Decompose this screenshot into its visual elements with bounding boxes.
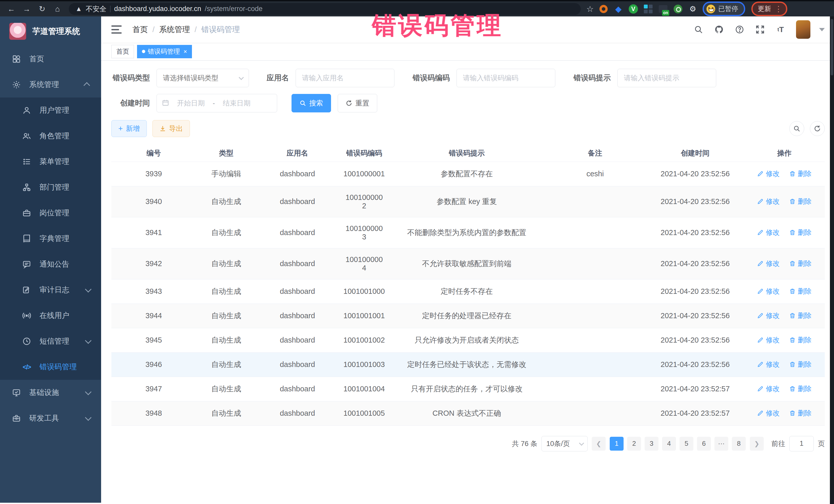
on-badge-icon[interactable]: on — [658, 4, 668, 14]
window-scrollbar[interactable] — [830, 17, 834, 504]
breadcrumb-system[interactable]: 系统管理 — [159, 24, 190, 35]
sidebar-item-home-grid[interactable]: 首页 — [0, 46, 101, 72]
cell-id: 3941 — [111, 217, 196, 248]
edit-link[interactable]: 修改 — [757, 360, 780, 369]
error-code-field[interactable] — [457, 69, 555, 87]
prev-page-button[interactable]: ❮ — [592, 437, 606, 451]
edit-link[interactable]: 修改 — [757, 384, 780, 393]
date-range-picker[interactable]: - — [156, 94, 277, 112]
page-button-3[interactable]: 3 — [644, 437, 658, 451]
address-bar[interactable]: ▲ 不安全 dashboard.yudao.iocoder.cn/system/… — [69, 3, 581, 15]
delete-link[interactable]: 删除 — [789, 169, 812, 178]
browser-menu-kebab-icon[interactable]: ⋮ — [775, 4, 783, 13]
green-v-icon[interactable]: V — [628, 4, 638, 14]
delete-link[interactable]: 删除 — [789, 409, 812, 418]
sidebar-item-notice-bubble[interactable]: 通知公告 — [0, 251, 101, 277]
edit-link[interactable]: 修改 — [757, 311, 780, 320]
tab-close-icon[interactable]: × — [183, 48, 187, 55]
search-icon[interactable] — [694, 24, 704, 35]
edit-link[interactable]: 修改 — [757, 335, 780, 345]
delete-link[interactable]: 删除 — [789, 197, 812, 206]
orange-ring-icon[interactable] — [598, 4, 609, 14]
error-code-input[interactable] — [463, 74, 549, 82]
delete-link[interactable]: 删除 — [789, 287, 812, 296]
page-button-5[interactable]: 5 — [680, 437, 694, 451]
page-button-4[interactable]: 4 — [662, 437, 676, 451]
tab-error-code[interactable]: 错误码管理 × — [137, 45, 192, 58]
delete-link[interactable]: 删除 — [789, 384, 812, 393]
user-avatar[interactable] — [796, 20, 810, 39]
sidebar-item-role-users[interactable]: 角色管理 — [0, 123, 101, 149]
sidebar-item-infra-monitor[interactable]: 基础设施 — [0, 380, 101, 406]
page-size-select[interactable]: 10条/页 — [542, 436, 588, 452]
tab-home[interactable]: 首页 — [111, 45, 134, 58]
green-key-icon[interactable] — [673, 4, 683, 14]
edit-link[interactable]: 修改 — [757, 169, 780, 178]
goto-page-field[interactable] — [789, 436, 814, 452]
sidebar-item-menu-list[interactable]: 菜单管理 — [0, 149, 101, 175]
error-type-select[interactable] — [156, 69, 249, 87]
breadcrumb-home[interactable]: 首页 — [132, 24, 148, 35]
pager-ellipsis[interactable]: ··· — [715, 437, 728, 451]
error-msg-field[interactable] — [617, 69, 716, 87]
delete-link[interactable]: 删除 — [789, 360, 812, 369]
page-button-1[interactable]: 1 — [610, 437, 623, 451]
sidebar-item-post-briefcase[interactable]: 岗位管理 — [0, 200, 101, 226]
blue-gem-icon[interactable]: ◆ — [613, 4, 623, 14]
delete-link[interactable]: 删除 — [789, 259, 812, 268]
export-button[interactable]: 导出 — [152, 120, 190, 137]
puzzle-icon[interactable]: ⚙ — [688, 4, 698, 14]
sidebar-item-dev-tools[interactable]: 研发工具 — [0, 406, 101, 431]
filter-row-1: 错误码类型 应用名 错误码编码 错误码提示 — [111, 69, 825, 87]
app-name-field[interactable] — [295, 69, 394, 87]
edit-link[interactable]: 修改 — [757, 259, 780, 268]
sidebar-item-user[interactable]: 用户管理 — [0, 97, 101, 123]
edit-link[interactable]: 修改 — [757, 409, 780, 418]
browser-update-button[interactable]: 更新 ⋮ — [751, 2, 787, 16]
delete-link[interactable]: 删除 — [789, 228, 812, 237]
add-button[interactable]: + 新增 — [111, 120, 147, 137]
goto-page-input[interactable] — [794, 440, 809, 447]
page-button-8[interactable]: 8 — [732, 437, 746, 451]
sidebar-item-error-code[interactable]: </>错误码管理 — [0, 354, 101, 380]
end-date-input[interactable] — [217, 99, 256, 107]
page-button-2[interactable]: 2 — [627, 437, 641, 451]
sidebar-item-dept-tree[interactable]: 部门管理 — [0, 175, 101, 200]
edit-link[interactable]: 修改 — [757, 287, 780, 296]
home-icon[interactable]: ⌂ — [51, 3, 64, 15]
fullscreen-icon[interactable] — [755, 24, 765, 35]
sidebar-item-gear[interactable]: 系统管理 — [0, 72, 101, 97]
profile-paused-pill[interactable]: 已暂停 — [703, 2, 745, 16]
sidebar-logo-row[interactable]: 芋道管理系统 — [0, 17, 101, 46]
cell-remark — [544, 217, 646, 248]
sidebar-item-sms-bubble[interactable]: 短信管理 — [0, 328, 101, 354]
delete-link[interactable]: 删除 — [789, 335, 812, 345]
sidebar-item-dict-book[interactable]: 字典管理 — [0, 226, 101, 251]
edit-link[interactable]: 修改 — [757, 228, 780, 237]
help-icon[interactable] — [734, 24, 745, 35]
app-name-input[interactable] — [302, 74, 388, 82]
github-icon[interactable] — [714, 24, 724, 35]
error-msg-input[interactable] — [624, 74, 710, 82]
refresh-button[interactable] — [810, 121, 825, 136]
page-button-6[interactable]: 6 — [697, 437, 711, 451]
start-date-input[interactable] — [172, 99, 210, 107]
bookmark-star-icon[interactable]: ☆ — [586, 4, 594, 14]
hamburger-icon[interactable] — [111, 25, 122, 34]
edit-link[interactable]: 修改 — [757, 197, 780, 206]
error-type-select-input[interactable] — [163, 74, 235, 82]
sidebar-item-audit-log[interactable]: 审计日志 — [0, 277, 101, 303]
reset-button[interactable]: 重置 — [338, 94, 377, 112]
reload-icon[interactable]: ↻ — [36, 3, 49, 15]
table-row: 3943 自动生成 dashboard 1001001000 定时任务不存在 2… — [111, 279, 825, 304]
back-icon[interactable]: ← — [5, 3, 18, 15]
sidebar-item-online-user[interactable]: 在线用户 — [0, 303, 101, 328]
font-size-icon[interactable]: tT — [775, 24, 786, 35]
avatar-caret-down-icon[interactable] — [819, 28, 825, 31]
next-page-button[interactable]: ❯ — [750, 437, 764, 451]
tiles-icon[interactable] — [643, 4, 653, 14]
toggle-search-button[interactable] — [789, 121, 804, 136]
forward-icon[interactable]: → — [20, 3, 34, 15]
search-button[interactable]: 搜索 — [291, 94, 331, 112]
delete-link[interactable]: 删除 — [789, 311, 812, 320]
